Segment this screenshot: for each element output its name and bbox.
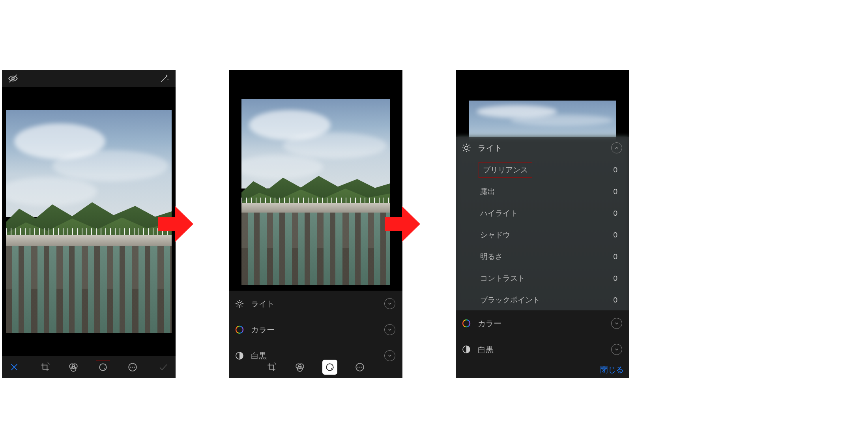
adjust-light-label: ライト — [251, 299, 378, 309]
svg-point-8 — [99, 364, 106, 370]
svg-line-2 — [161, 76, 167, 82]
adjustment-categories-collapsed: カラー 白黒 — [456, 310, 629, 362]
cancel-button[interactable] — [8, 361, 20, 373]
light-contrast-label: コントラスト — [480, 273, 613, 284]
light-brilliance-row[interactable]: ブリリアンス 0 — [456, 159, 629, 181]
crop-rotate-icon[interactable] — [266, 361, 277, 373]
color-ring-icon — [461, 318, 471, 329]
light-exposure-label: 露出 — [480, 187, 613, 197]
svg-point-25 — [361, 367, 363, 368]
highlighted-selection: ブリリアンス — [479, 162, 532, 178]
flow-arrow-icon — [158, 206, 193, 242]
light-brilliance-label: ブリリアンス — [483, 166, 528, 174]
light-brightness-row[interactable]: 明るさ 0 — [456, 246, 629, 267]
light-shadows-value: 0 — [613, 231, 617, 239]
chevron-up-icon[interactable] — [611, 142, 622, 153]
svg-point-27 — [463, 320, 470, 327]
light-icon — [234, 299, 245, 309]
svg-point-26 — [465, 146, 468, 150]
adjust-light-header[interactable]: ライト — [456, 137, 629, 159]
bw-icon — [461, 344, 471, 355]
svg-point-12 — [132, 367, 133, 368]
filters-icon[interactable] — [294, 361, 306, 373]
svg-point-14 — [238, 302, 241, 305]
crop-rotate-icon[interactable] — [39, 361, 51, 373]
light-contrast-value: 0 — [613, 274, 617, 283]
adjust-color-row[interactable]: カラー — [229, 317, 402, 343]
svg-point-24 — [359, 367, 361, 368]
filters-icon[interactable] — [67, 361, 79, 373]
light-shadows-row[interactable]: シャドウ 0 — [456, 224, 629, 246]
light-blackpoint-row[interactable]: ブラックポイント 0 — [456, 289, 629, 311]
close-button[interactable]: 閉じる — [600, 364, 624, 375]
editor-screen-1 — [2, 70, 176, 378]
bottom-toolbar — [229, 356, 402, 378]
more-icon[interactable] — [127, 361, 138, 373]
light-brilliance-value: 0 — [613, 166, 617, 174]
done-button[interactable] — [157, 361, 169, 373]
adjust-bw-row[interactable]: 白黒 — [456, 336, 629, 362]
light-exposure-row[interactable]: 露出 0 — [456, 181, 629, 202]
adjust-color-row[interactable]: カラー — [456, 310, 629, 336]
light-contrast-row[interactable]: コントラスト 0 — [456, 267, 629, 289]
color-ring-icon — [234, 325, 245, 335]
light-highlights-label: ハイライト — [480, 208, 613, 218]
svg-point-13 — [134, 367, 135, 368]
chevron-down-icon[interactable] — [384, 298, 395, 309]
adjust-light-label: ライト — [478, 143, 605, 153]
flow-arrow-icon — [385, 206, 420, 242]
eye-hidden-icon[interactable] — [7, 73, 19, 84]
svg-point-15 — [236, 326, 243, 333]
light-brightness-label: 明るさ — [480, 252, 613, 262]
adjust-color-label: カラー — [251, 325, 378, 335]
light-exposure-value: 0 — [613, 187, 617, 196]
adjustment-categories: ライト カラー 白黒 — [229, 291, 402, 356]
adjust-icon[interactable] — [96, 360, 110, 374]
adjust-icon[interactable] — [322, 360, 337, 375]
light-highlights-row[interactable]: ハイライト 0 — [456, 202, 629, 224]
photo-canvas[interactable] — [229, 70, 402, 291]
adjust-color-label: カラー — [478, 318, 605, 329]
chevron-down-icon[interactable] — [611, 344, 622, 355]
light-blackpoint-value: 0 — [613, 296, 617, 304]
svg-point-21 — [331, 368, 332, 370]
chevron-down-icon[interactable] — [611, 318, 622, 329]
magic-wand-icon[interactable] — [159, 73, 170, 84]
adjust-light-row[interactable]: ライト — [229, 291, 402, 317]
light-highlights-value: 0 — [613, 209, 617, 218]
chevron-down-icon[interactable] — [384, 324, 395, 335]
svg-point-23 — [357, 367, 359, 368]
svg-point-9 — [104, 368, 105, 370]
top-toolbar — [2, 70, 176, 87]
light-icon — [461, 143, 471, 153]
svg-point-20 — [326, 364, 333, 370]
bottom-toolbar — [2, 356, 176, 378]
light-blackpoint-label: ブラックポイント — [480, 295, 613, 305]
editor-screen-2: ライト カラー 白黒 — [229, 70, 402, 378]
light-expanded-panel: ライト ブリリアンス 0 露出 0 ハイライト 0 シャドウ 0 — [456, 137, 629, 315]
photo-canvas[interactable] — [456, 70, 629, 137]
adjust-bw-label: 白黒 — [478, 344, 605, 355]
photo-canvas[interactable] — [2, 87, 176, 356]
editor-screen-3: ライト ブリリアンス 0 露出 0 ハイライト 0 シャドウ 0 — [456, 70, 629, 378]
svg-point-11 — [130, 367, 131, 368]
light-shadows-label: シャドウ — [480, 230, 613, 240]
more-icon[interactable] — [354, 361, 366, 373]
light-brightness-value: 0 — [613, 252, 617, 261]
